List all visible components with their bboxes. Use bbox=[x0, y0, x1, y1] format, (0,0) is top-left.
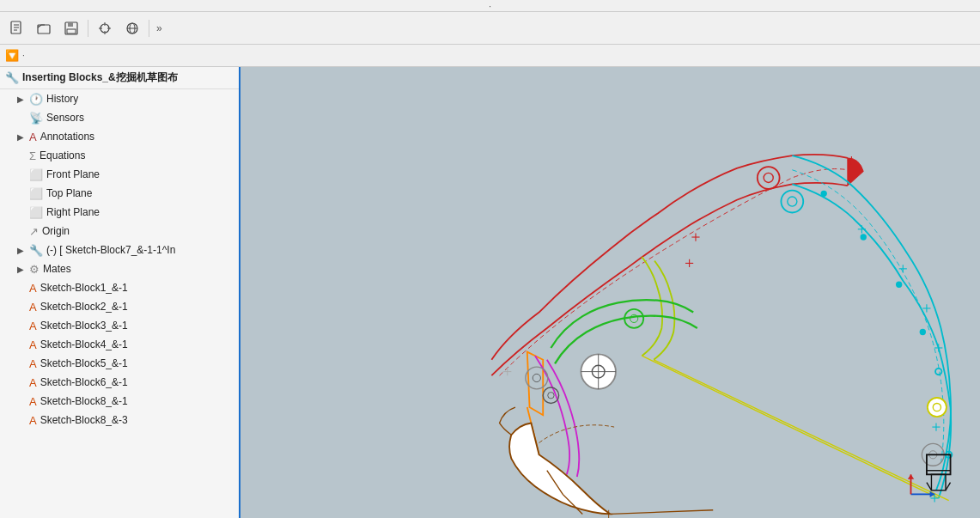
top-bar-dot: · bbox=[489, 1, 491, 11]
tree-icon-sketch-block2: A bbox=[29, 301, 37, 314]
tree-label-sensors: Sensors bbox=[46, 112, 84, 124]
tree-label-sketch-block3: Sketch-Block3_&-1 bbox=[40, 320, 128, 332]
filter-dot: · bbox=[22, 51, 25, 60]
tree-item-assembly[interactable]: ▶🔧(-) [ Sketch-Block7_&-1-1^In bbox=[0, 241, 239, 259]
tree-icon-top-plane: ⬜ bbox=[29, 187, 43, 200]
doc-header[interactable]: 🔧 Inserting Blocks_&挖掘机草图布 bbox=[0, 67, 239, 89]
tree-icon-right-plane: ⬜ bbox=[29, 206, 43, 219]
tree-icon-sketch-block6: A bbox=[29, 376, 37, 389]
cad-drawing bbox=[240, 67, 980, 518]
tree-container: ▶🕐History📡Sensors▶AAnnotationsΣEquations… bbox=[0, 89, 239, 430]
tree-label-front-plane: Front Plane bbox=[46, 168, 100, 180]
open-button[interactable] bbox=[31, 16, 57, 40]
toolbar-sep-2 bbox=[149, 20, 149, 37]
doc-title: Inserting Blocks_&挖掘机草图布 bbox=[22, 70, 178, 85]
tree-label-sketch-block8b: Sketch-Block8_&-3 bbox=[40, 414, 128, 426]
svg-rect-7 bbox=[67, 29, 76, 34]
tree-item-sketch-block1[interactable]: ASketch-Block1_&-1 bbox=[0, 278, 239, 297]
tree-icon-sketch-block3: A bbox=[29, 320, 37, 332]
tree-item-mates[interactable]: ▶⚙Mates bbox=[0, 259, 239, 278]
globe-icon bbox=[125, 21, 140, 36]
tree-label-origin: Origin bbox=[42, 225, 70, 237]
tree-icon-origin: ↗ bbox=[29, 225, 39, 238]
open-icon bbox=[36, 21, 52, 36]
tree-item-history[interactable]: ▶🕐History bbox=[0, 89, 239, 108]
svg-point-19 bbox=[896, 282, 902, 288]
svg-rect-6 bbox=[68, 22, 73, 27]
tree-label-history: History bbox=[46, 93, 78, 105]
tree-item-origin[interactable]: ↗Origin bbox=[0, 222, 239, 241]
toolbar-more[interactable]: » bbox=[153, 19, 166, 38]
new-icon bbox=[9, 21, 24, 36]
tree-icon-history: 🕐 bbox=[29, 93, 43, 106]
crosshair-icon bbox=[97, 21, 113, 36]
save-icon bbox=[64, 21, 79, 36]
tree-label-sketch-block6: Sketch-Block6_&-1 bbox=[40, 376, 128, 388]
svg-point-20 bbox=[920, 329, 926, 335]
tree-item-sketch-block3[interactable]: ASketch-Block3_&-1 bbox=[0, 316, 239, 335]
tree-item-sketch-block8a[interactable]: ASketch-Block8_&-1 bbox=[0, 392, 239, 411]
feature-tree: 🔧 Inserting Blocks_&挖掘机草图布 ▶🕐History📡Sen… bbox=[0, 67, 240, 518]
tree-item-sketch-block4[interactable]: ASketch-Block4_&-1 bbox=[0, 335, 239, 354]
tree-icon-front-plane: ⬜ bbox=[29, 168, 43, 181]
tree-item-annotations[interactable]: ▶AAnnotations bbox=[0, 127, 239, 146]
tree-label-sketch-block4: Sketch-Block4_&-1 bbox=[40, 338, 128, 350]
tree-item-sketch-block5[interactable]: ASketch-Block5_&-1 bbox=[0, 354, 239, 373]
tree-item-sketch-block2[interactable]: ASketch-Block2_&-1 bbox=[0, 297, 239, 316]
tree-icon-assembly: 🔧 bbox=[29, 244, 43, 257]
tree-label-top-plane: Top Plane bbox=[46, 187, 92, 199]
doc-icon: 🔧 bbox=[5, 71, 19, 84]
svg-rect-16 bbox=[270, 67, 950, 518]
tree-icon-annotations: A bbox=[29, 131, 37, 143]
tree-item-sketch-block8b[interactable]: ASketch-Block8_&-3 bbox=[0, 411, 239, 430]
toolbar: » bbox=[0, 12, 980, 45]
viewport[interactable]: ✦ bbox=[240, 67, 980, 518]
tree-icon-sketch-block5: A bbox=[29, 357, 37, 370]
new-button[interactable] bbox=[3, 16, 29, 40]
tree-item-sensors[interactable]: 📡Sensors bbox=[0, 108, 239, 127]
tree-arrow-annotations: ▶ bbox=[17, 132, 29, 142]
tree-item-sketch-block6[interactable]: ASketch-Block6_&-1 bbox=[0, 373, 239, 392]
filter-icon[interactable]: 🔽 bbox=[5, 49, 19, 62]
tree-icon-sketch-block8b: A bbox=[29, 414, 37, 427]
center-button[interactable] bbox=[92, 16, 118, 40]
tree-item-front-plane[interactable]: ⬜Front Plane bbox=[0, 165, 239, 184]
save-button[interactable] bbox=[58, 16, 84, 40]
tree-label-mates: Mates bbox=[43, 263, 71, 275]
tree-label-sketch-block5: Sketch-Block5_&-1 bbox=[40, 357, 128, 369]
tree-label-annotations: Annotations bbox=[40, 131, 94, 143]
tree-label-sketch-block1: Sketch-Block1_&-1 bbox=[40, 282, 128, 294]
tree-item-right-plane[interactable]: ⬜Right Plane bbox=[0, 203, 239, 222]
tree-arrow-mates: ▶ bbox=[17, 265, 29, 274]
toolbar-sep-1 bbox=[88, 20, 88, 37]
tree-icon-equations: Σ bbox=[29, 149, 36, 162]
tree-icon-sketch-block4: A bbox=[29, 338, 37, 351]
main-area: 🔧 Inserting Blocks_&挖掘机草图布 ▶🕐History📡Sen… bbox=[0, 67, 980, 518]
filter-row: 🔽 · bbox=[0, 45, 980, 67]
tree-icon-sensors: 📡 bbox=[29, 112, 43, 125]
tree-icon-sketch-block8a: A bbox=[29, 395, 37, 408]
tree-icon-mates: ⚙ bbox=[29, 263, 40, 276]
tree-icon-sketch-block1: A bbox=[29, 282, 37, 295]
tree-arrow-history: ▶ bbox=[17, 94, 29, 104]
tree-label-right-plane: Right Plane bbox=[46, 206, 100, 218]
svg-point-17 bbox=[821, 191, 827, 197]
tree-label-equations: Equations bbox=[40, 149, 85, 161]
tree-label-sketch-block2: Sketch-Block2_&-1 bbox=[40, 301, 128, 313]
top-bar: · bbox=[0, 0, 980, 12]
tree-label-sketch-block8a: Sketch-Block8_&-1 bbox=[40, 395, 128, 407]
tree-label-assembly: (-) [ Sketch-Block7_&-1-1^In bbox=[46, 244, 175, 256]
svg-point-41 bbox=[928, 398, 947, 417]
svg-point-18 bbox=[861, 234, 867, 240]
tree-arrow-assembly: ▶ bbox=[17, 246, 29, 255]
tree-item-equations[interactable]: ΣEquations bbox=[0, 146, 239, 165]
globe-button[interactable] bbox=[119, 16, 145, 40]
tree-item-top-plane[interactable]: ⬜Top Plane bbox=[0, 184, 239, 203]
